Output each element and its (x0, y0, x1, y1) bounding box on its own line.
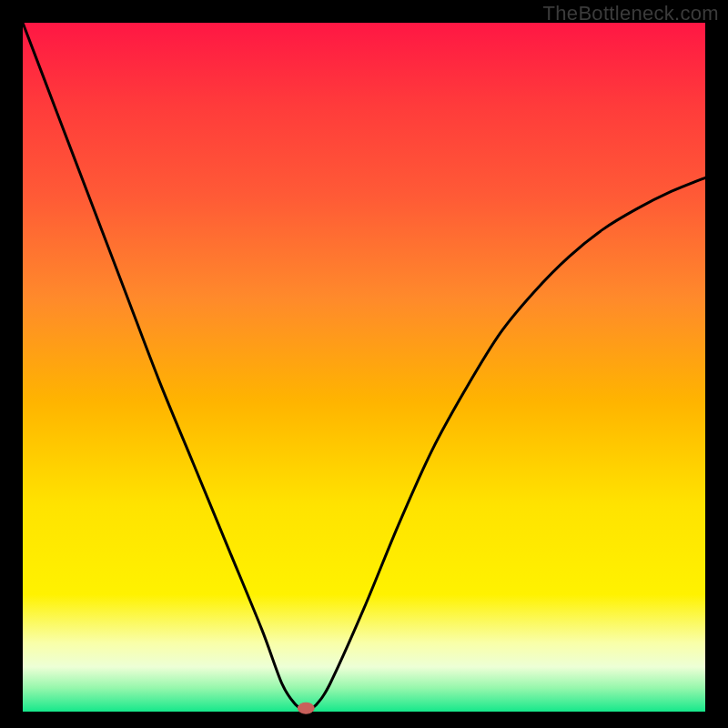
chart-container: TheBottleneck.com (0, 0, 728, 728)
optimum-marker (298, 703, 314, 713)
watermark-text: TheBottleneck.com (543, 2, 719, 25)
bottleneck-chart (0, 0, 728, 728)
